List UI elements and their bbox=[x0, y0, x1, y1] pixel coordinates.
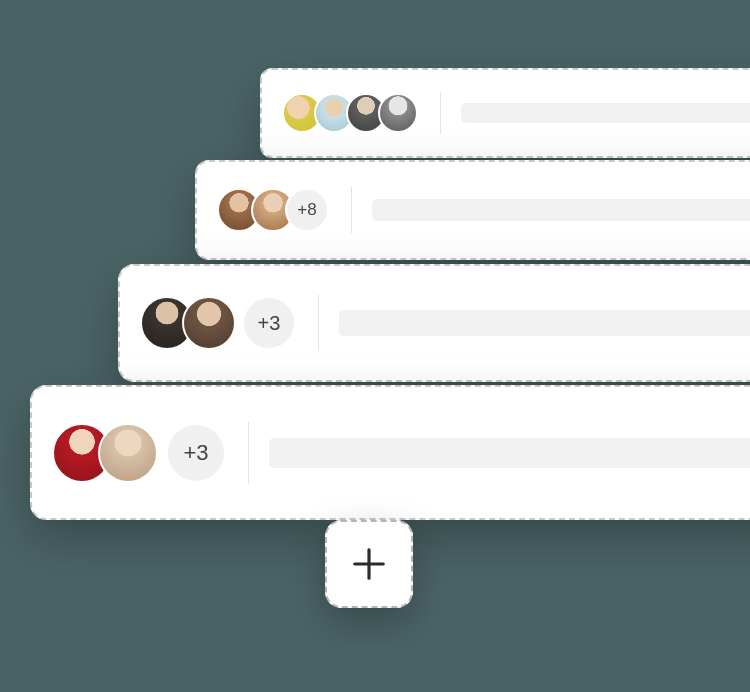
placeholder-bar bbox=[372, 199, 750, 221]
avatar-stack: +8 bbox=[217, 188, 329, 232]
placeholder-bar bbox=[461, 103, 750, 123]
plus-icon bbox=[350, 545, 388, 583]
group-card[interactable]: +8 bbox=[195, 160, 750, 260]
avatar[interactable] bbox=[378, 93, 418, 133]
divider bbox=[318, 295, 319, 351]
overflow-count[interactable]: +3 bbox=[242, 296, 296, 350]
overflow-count[interactable]: +8 bbox=[285, 188, 329, 232]
divider bbox=[440, 92, 441, 134]
group-card[interactable] bbox=[260, 68, 750, 158]
add-button[interactable] bbox=[325, 520, 413, 608]
group-card[interactable]: +3 bbox=[118, 264, 750, 382]
placeholder-bar bbox=[339, 310, 750, 336]
avatar-stack: +3 bbox=[140, 296, 296, 350]
group-card[interactable]: +3 bbox=[30, 385, 750, 520]
avatar[interactable] bbox=[98, 423, 158, 483]
divider bbox=[351, 187, 352, 233]
divider bbox=[248, 422, 249, 484]
avatar-stack bbox=[282, 93, 418, 133]
overflow-count[interactable]: +3 bbox=[166, 423, 226, 483]
avatar[interactable] bbox=[182, 296, 236, 350]
avatar-stack: +3 bbox=[52, 423, 226, 483]
placeholder-bar bbox=[269, 438, 750, 468]
